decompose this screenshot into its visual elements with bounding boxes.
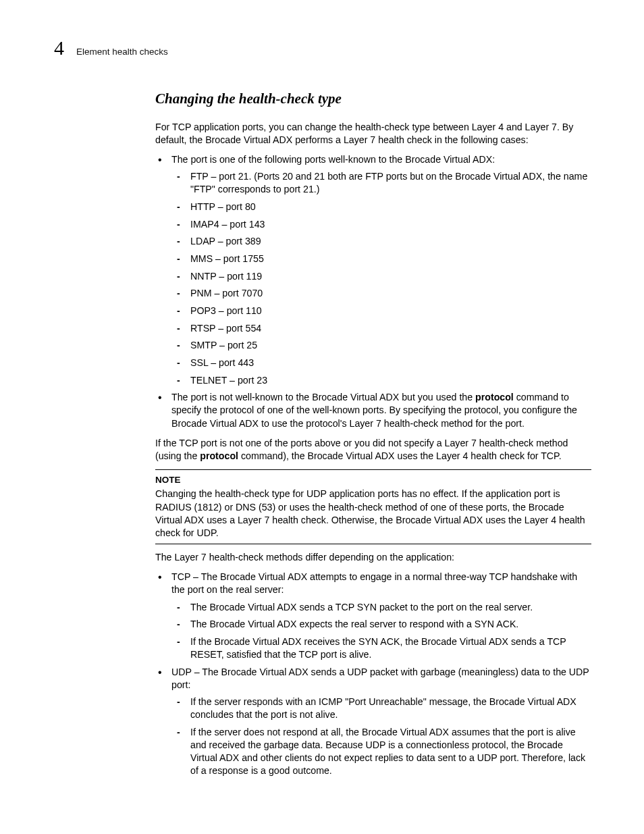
protocol-item: UDP – The Brocade Virtual ADX sends a UD… — [155, 666, 591, 778]
step-item: If the server responds with an ICMP "Por… — [171, 696, 591, 721]
port-item: IMAP4 – port 143 — [171, 218, 591, 231]
section-heading: Changing the health-check type — [155, 89, 591, 108]
port-item: MMS – port 1755 — [171, 253, 591, 265]
text-run: The port is not well-known to the Brocad… — [171, 392, 475, 402]
cases-list: The port is one of the following ports w… — [155, 153, 591, 430]
tcp-steps-list: The Brocade Virtual ADX sends a TCP SYN … — [171, 601, 591, 662]
case-item: The port is not well-known to the Brocad… — [155, 391, 591, 430]
port-item: LDAP – port 389 — [171, 235, 591, 248]
note-heading: NOTE — [155, 474, 591, 486]
port-item: PNM – port 7070 — [171, 287, 591, 300]
protocol-lead-text: UDP – The Brocade Virtual ADX sends a UD… — [171, 667, 589, 690]
port-item: HTTP – port 80 — [171, 201, 591, 213]
document-page: 4 Element health checks Changing the hea… — [0, 0, 644, 834]
port-item: RTSP – port 554 — [171, 322, 591, 335]
l7-intro-paragraph: The Layer 7 health-check methods differ … — [155, 551, 591, 564]
running-header: 4 Element health checks — [54, 38, 597, 58]
note-block: NOTE Changing the health-check type for … — [155, 469, 591, 544]
text-run: command), the Brocade Virtual ADX uses t… — [238, 450, 562, 461]
running-title: Element health checks — [76, 46, 168, 58]
port-item: TELNET – port 23 — [171, 374, 591, 387]
port-item: SSL – port 443 — [171, 357, 591, 369]
case-lead-text: The port is one of the following ports w… — [171, 154, 495, 165]
step-item: The Brocade Virtual ADX expects the real… — [171, 618, 591, 631]
intro-paragraph: For TCP application ports, you can chang… — [155, 121, 591, 147]
fallback-paragraph: If the TCP port is not one of the ports … — [155, 437, 591, 463]
chapter-number: 4 — [54, 38, 64, 58]
step-item: If the Brocade Virtual ADX receives the … — [171, 635, 591, 661]
step-item: The Brocade Virtual ADX sends a TCP SYN … — [171, 601, 591, 614]
command-name: protocol — [475, 392, 514, 402]
body-content: Changing the health-check type For TCP a… — [155, 89, 591, 777]
protocol-item: TCP – The Brocade Virtual ADX attempts t… — [155, 571, 591, 661]
note-body: Changing the health-check type for UDP a… — [155, 488, 591, 540]
protocol-lead-text: TCP – The Brocade Virtual ADX attempts t… — [171, 571, 577, 595]
port-item: SMTP – port 25 — [171, 339, 591, 352]
case-item: The port is one of the following ports w… — [155, 153, 591, 387]
port-item: POP3 – port 110 — [171, 305, 591, 317]
port-item: FTP – port 21. (Ports 20 and 21 both are… — [171, 170, 591, 196]
command-name: protocol — [200, 450, 238, 461]
port-item: NNTP – port 119 — [171, 270, 591, 283]
protocols-list: TCP – The Brocade Virtual ADX attempts t… — [155, 571, 591, 777]
port-list: FTP – port 21. (Ports 20 and 21 both are… — [171, 170, 591, 387]
udp-steps-list: If the server responds with an ICMP "Por… — [171, 696, 591, 778]
step-item: If the server does not respond at all, t… — [171, 726, 591, 778]
